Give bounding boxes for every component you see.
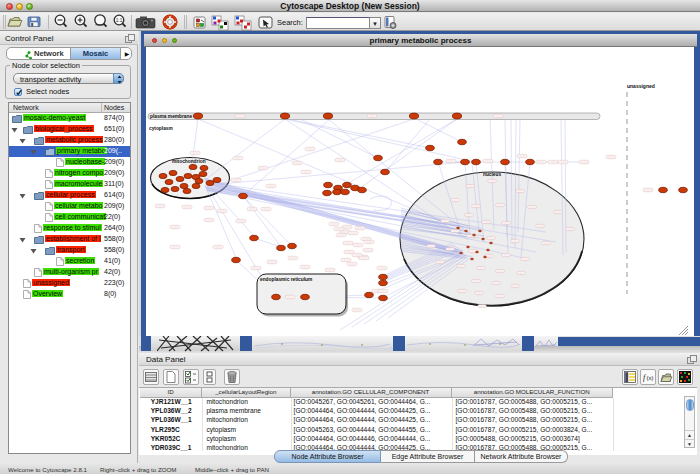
svg-text:nucleus: nucleus xyxy=(483,172,501,177)
svg-text:endoplasmic reticulum: endoplasmic reticulum xyxy=(260,277,312,282)
svg-text:plasma membrane: plasma membrane xyxy=(150,114,192,119)
svg-text:cytoplasm: cytoplasm xyxy=(149,126,173,131)
svg-text:1:1: 1:1 xyxy=(116,18,123,23)
svg-text:(x): (x) xyxy=(647,375,654,381)
svg-text:unassigned: unassigned xyxy=(627,83,655,89)
svg-text:mitochondrion: mitochondrion xyxy=(172,159,206,164)
